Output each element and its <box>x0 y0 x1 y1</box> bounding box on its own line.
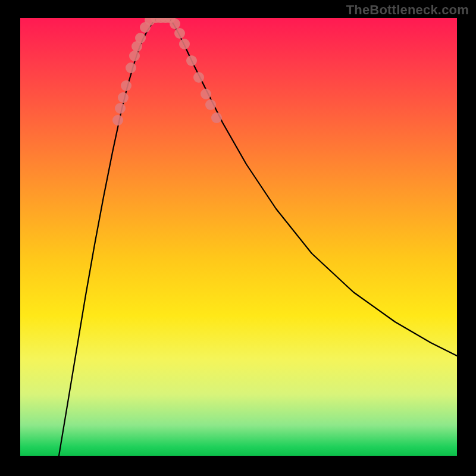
curve-layer <box>59 18 457 456</box>
watermark-text: TheBottleneck.com <box>346 2 469 18</box>
data-point <box>115 103 126 114</box>
dot-layer <box>112 18 222 126</box>
data-point <box>205 99 216 110</box>
data-point <box>201 89 211 99</box>
data-point <box>179 39 190 49</box>
chart-svg <box>20 18 457 456</box>
data-point <box>211 112 222 123</box>
data-point <box>112 115 123 126</box>
chart-frame: TheBottleneck.com <box>0 0 476 476</box>
data-point <box>129 51 140 61</box>
data-point <box>170 18 180 29</box>
plot-area <box>20 18 457 456</box>
data-point <box>118 92 129 103</box>
data-point <box>135 33 146 43</box>
data-point <box>126 62 136 73</box>
series-left-curve <box>59 18 157 456</box>
data-point <box>121 80 131 91</box>
data-point <box>193 72 204 83</box>
series-right-curve <box>169 18 457 356</box>
data-point <box>186 55 197 66</box>
data-point <box>174 28 185 39</box>
